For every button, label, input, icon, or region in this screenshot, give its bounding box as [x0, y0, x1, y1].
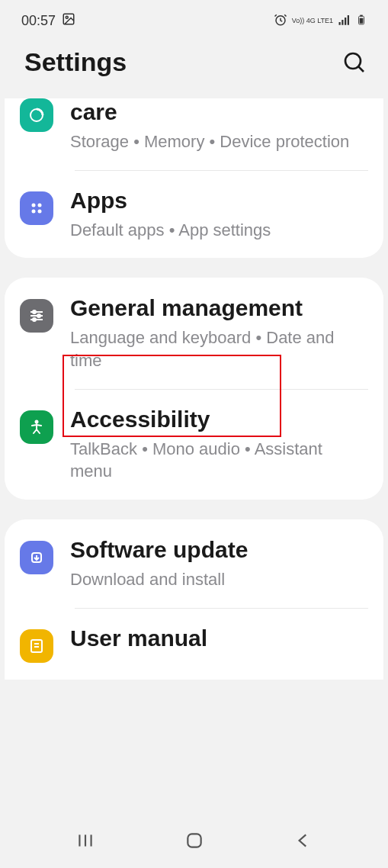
- page-header: Settings: [0, 37, 388, 98]
- status-bar: 00:57 Vo)) 4G LTE1: [0, 0, 388, 37]
- item-title: General management: [70, 294, 368, 322]
- settings-item-device-care[interactable]: care Storage • Memory • Device protectio…: [5, 98, 383, 170]
- item-subtitle: Default apps • App settings: [70, 219, 368, 242]
- user-manual-icon: [20, 629, 53, 663]
- svg-rect-4: [342, 20, 343, 25]
- battery-icon: [356, 13, 367, 29]
- svg-point-22: [33, 318, 36, 321]
- settings-item-general-management[interactable]: General management Language and keyboard…: [5, 278, 383, 388]
- svg-rect-8: [360, 14, 363, 16]
- item-title: Accessibility: [70, 406, 368, 433]
- svg-rect-9: [360, 18, 364, 23]
- navigation-bar: [0, 813, 388, 868]
- accessibility-icon: [20, 410, 53, 444]
- item-title: Apps: [70, 187, 368, 214]
- svg-point-16: [38, 209, 42, 213]
- search-icon: [342, 50, 367, 75]
- svg-point-20: [37, 314, 40, 317]
- page-title: Settings: [24, 47, 127, 77]
- gallery-icon: [62, 12, 75, 30]
- settings-item-software-update[interactable]: Software update Download and install: [5, 519, 383, 608]
- settings-item-apps[interactable]: Apps Default apps • App settings: [5, 170, 383, 259]
- settings-group: Software update Download and install Use…: [5, 519, 383, 680]
- svg-point-1: [66, 16, 68, 18]
- item-subtitle: TalkBack • Mono audio • Assistant menu: [70, 438, 368, 483]
- alarm-icon: [274, 13, 287, 29]
- svg-point-13: [32, 203, 36, 207]
- settings-item-accessibility[interactable]: Accessibility TalkBack • Mono audio • As…: [5, 389, 383, 500]
- svg-line-11: [358, 66, 364, 72]
- item-title: User manual: [70, 625, 368, 652]
- svg-point-23: [35, 420, 39, 423]
- signal-icon: [338, 13, 351, 29]
- svg-point-14: [38, 203, 42, 207]
- back-button[interactable]: [292, 829, 315, 852]
- item-subtitle: Language and keyboard • Date and time: [70, 326, 368, 371]
- settings-group: care Storage • Memory • Device protectio…: [5, 98, 383, 258]
- item-subtitle: Download and install: [70, 568, 368, 591]
- svg-point-10: [345, 53, 361, 69]
- item-subtitle: Storage • Memory • Device protection: [70, 130, 368, 153]
- svg-rect-6: [348, 15, 349, 25]
- item-title: Software update: [70, 536, 368, 564]
- general-management-icon: [20, 299, 53, 333]
- device-care-icon: [20, 98, 53, 132]
- home-button[interactable]: [183, 829, 206, 852]
- svg-point-18: [33, 310, 36, 313]
- settings-item-user-manual[interactable]: User manual: [5, 608, 383, 680]
- search-button[interactable]: [342, 50, 367, 75]
- status-time: 00:57: [21, 13, 56, 29]
- software-update-icon: [20, 541, 53, 574]
- network-indicators: Vo)) 4G LTE1: [292, 18, 333, 24]
- recents-button[interactable]: [74, 829, 97, 852]
- svg-rect-5: [345, 18, 346, 25]
- svg-point-15: [32, 209, 36, 213]
- svg-rect-3: [339, 22, 341, 25]
- svg-rect-31: [188, 834, 200, 847]
- item-title: care: [70, 98, 368, 126]
- apps-icon: [20, 191, 53, 225]
- settings-group: General management Language and keyboard…: [5, 278, 383, 500]
